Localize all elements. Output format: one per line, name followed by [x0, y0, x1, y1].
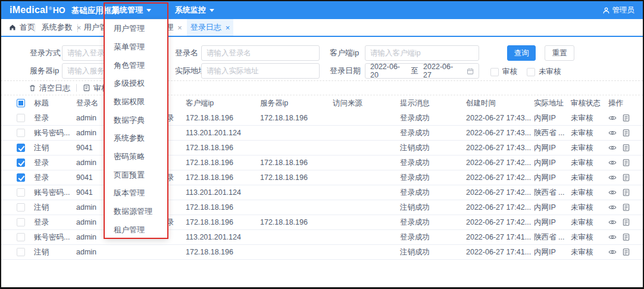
audit-doc-icon[interactable] [622, 173, 630, 182]
cell-time: 2022-06-27 17:42... [465, 188, 533, 197]
row-checkbox[interactable] [17, 129, 25, 137]
audit-doc-icon[interactable] [622, 233, 630, 241]
search-button[interactable]: 查询 [507, 45, 536, 61]
row-checkbox[interactable] [17, 188, 25, 197]
audit-doc-icon[interactable] [622, 248, 630, 256]
tab-close-icon[interactable]: × [226, 24, 230, 32]
row-checkbox[interactable] [17, 159, 25, 167]
unaudit-filter-checkbox[interactable]: 未审核 [527, 67, 561, 77]
dropdown-item-数据字典[interactable]: 数据字典 [105, 111, 168, 129]
cell-login: admin [76, 114, 105, 122]
top-header-bar: iMedical®HO 基础应用框架 系统管理 系统监控 管理员 [1, 1, 643, 19]
cell-login: 9041 [76, 144, 105, 152]
cell-addr: 内网IP [533, 203, 570, 213]
view-eye-icon[interactable] [608, 188, 617, 197]
audit-doc-icon[interactable] [622, 159, 630, 167]
cell-ops [605, 218, 636, 226]
trash-icon [29, 84, 36, 92]
cell-status: 未审核 [570, 203, 605, 213]
checkbox-box [527, 68, 535, 76]
column-header-source: 访问来源 [331, 98, 396, 108]
view-eye-icon[interactable] [608, 248, 617, 256]
column-header-addr: 实际地址 [533, 98, 570, 108]
user-account-button[interactable]: 管理员 [602, 1, 635, 19]
dropdown-item-密码策略[interactable]: 密码策略 [105, 148, 168, 166]
cell-status: 未审核 [570, 113, 605, 123]
view-eye-icon[interactable] [608, 114, 617, 122]
brand-name: iMedical [10, 5, 48, 15]
cell-ops [605, 129, 636, 137]
audit-doc-icon[interactable] [622, 203, 630, 212]
row-checkbox[interactable] [17, 114, 25, 122]
view-eye-icon[interactable] [608, 173, 617, 182]
row-checkbox[interactable] [17, 203, 25, 212]
view-eye-icon[interactable] [608, 203, 617, 212]
row-checkbox[interactable] [17, 233, 25, 241]
tab-4[interactable]: 登录日志× [187, 19, 233, 36]
menu-system-management[interactable]: 系统管理 [112, 1, 151, 19]
menu-system-monitor-label: 系统监控 [175, 5, 206, 15]
column-header-time: 创建时间 [465, 98, 533, 108]
application-window: iMedical®HO 基础应用框架 系统管理 系统监控 管理员 首页系统参数×… [0, 0, 644, 289]
audit-doc-icon[interactable] [622, 188, 630, 197]
cell-title: 账号密码... [32, 188, 76, 198]
cell-time: 2022-06-27 17:42... [465, 203, 533, 212]
table-row: 登录admin172.18.18.196172.18.18.196登录成功202… [1, 156, 643, 170]
login-date-range-picker[interactable]: 2022-06-20 至 2022-06-27 [365, 63, 479, 79]
dropdown-item-多级授权[interactable]: 多级授权 [105, 74, 168, 93]
user-icon [602, 7, 610, 14]
cell-client: 172.18.18.196 [176, 248, 257, 256]
tab-close-icon[interactable]: × [177, 24, 182, 32]
view-eye-icon[interactable] [608, 233, 617, 241]
dropdown-item-数据源管理[interactable]: 数据源管理 [105, 203, 168, 221]
row-checkbox[interactable] [17, 218, 25, 226]
audit-doc-icon[interactable] [622, 218, 630, 226]
checkbox-box [490, 68, 499, 76]
dropdown-item-系统参数[interactable]: 系统参数 [105, 129, 168, 148]
audit-doc-icon[interactable] [622, 129, 630, 137]
dropdown-item-租户管理[interactable]: 租户管理 [105, 220, 168, 239]
tab-label: 系统参数 [42, 22, 73, 33]
cell-ops [605, 159, 636, 167]
calendar-icon [467, 67, 474, 75]
cell-msg: 登录成功 [396, 173, 465, 183]
dropdown-item-角色管理[interactable]: 角色管理 [105, 56, 168, 74]
reset-button[interactable]: 重置 [545, 45, 574, 61]
view-eye-icon[interactable] [608, 218, 617, 226]
cell-time: 2022-06-27 17:42... [465, 159, 533, 167]
audit-doc-icon[interactable] [622, 144, 630, 152]
clear-logs-button[interactable]: 清空日志 [29, 83, 70, 94]
tab-1[interactable]: 系统参数× [38, 19, 85, 36]
client-ip-label: 客户端ip [330, 45, 359, 61]
audit-doc-icon[interactable] [622, 114, 630, 122]
menu-system-monitor[interactable]: 系统监控 [175, 1, 214, 19]
dropdown-item-数据权限[interactable]: 数据权限 [105, 93, 168, 111]
cell-title: 登录 [32, 158, 76, 168]
cell-time: 2022-06-27 17:43... [465, 114, 533, 122]
table-toolbar: 清空日志 审核 [1, 81, 643, 95]
select-all-checkbox[interactable] [17, 99, 25, 107]
view-eye-icon[interactable] [608, 129, 617, 137]
view-eye-icon[interactable] [608, 159, 617, 167]
row-checkbox[interactable] [17, 144, 25, 152]
tab-bar: 首页系统参数×用户管理×理×登录日志× [1, 19, 643, 37]
login-name-input[interactable] [201, 45, 320, 61]
audit-filter-checkbox[interactable]: 审核 [490, 67, 517, 77]
cell-title: 注销 [32, 203, 76, 213]
table-row: 账号密码...admin113.201.201.124登录成功2022-06-2… [1, 230, 643, 245]
view-eye-icon[interactable] [608, 144, 617, 152]
real-address-input[interactable] [201, 63, 320, 79]
dropdown-item-用户管理[interactable]: 用户管理 [105, 20, 168, 38]
column-header-title: 标题 [32, 98, 76, 108]
dropdown-item-版本管理[interactable]: 版本管理 [105, 184, 168, 203]
cell-login: admin [76, 233, 105, 241]
dropdown-item-页面预置[interactable]: 页面预置 [105, 166, 168, 184]
cell-client: 172.18.18.196 [176, 144, 257, 152]
cell-client: 113.201.201.124 [176, 233, 257, 241]
row-checkbox[interactable] [17, 173, 25, 182]
tab-home[interactable]: 首页 [1, 19, 43, 36]
cell-title: 登录 [32, 173, 76, 183]
row-checkbox[interactable] [17, 248, 25, 256]
dropdown-item-菜单管理[interactable]: 菜单管理 [105, 38, 168, 57]
client-ip-input[interactable] [365, 45, 479, 61]
